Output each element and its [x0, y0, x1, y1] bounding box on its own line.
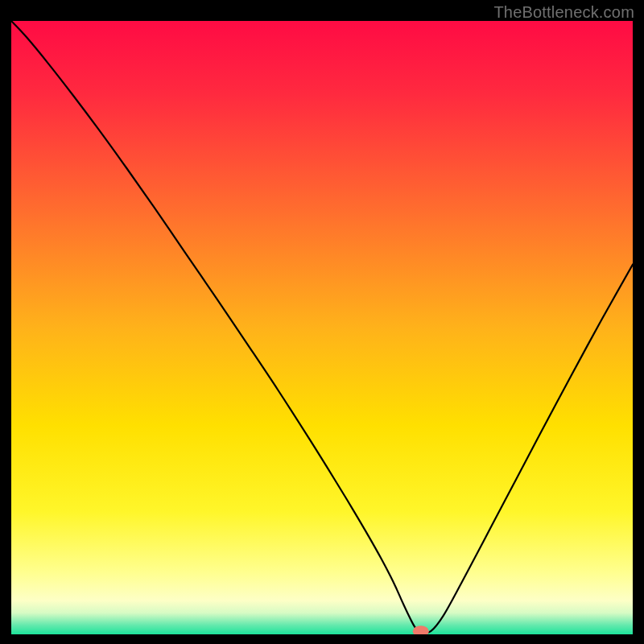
bottleneck-chart [11, 21, 633, 634]
chart-background [11, 21, 633, 634]
chart-frame: TheBottleneck.com [0, 0, 644, 644]
watermark-text: TheBottleneck.com [493, 3, 634, 22]
